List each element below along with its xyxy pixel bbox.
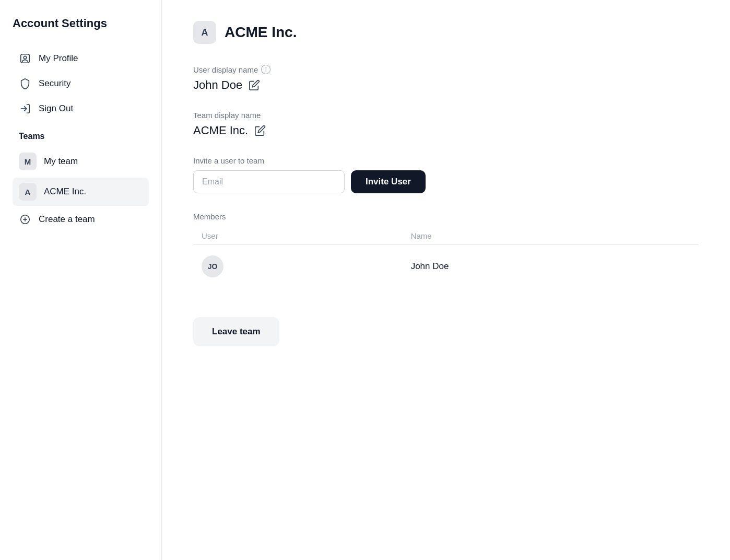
acme-inc-avatar: A xyxy=(19,183,37,201)
leave-team-button[interactable]: Leave team xyxy=(193,317,279,346)
members-table: User Name JOJohn Doe xyxy=(193,227,699,288)
member-user-cell: JO xyxy=(193,245,403,288)
team-display-name-label: Team display name xyxy=(193,111,699,120)
sidebar-item-create-team[interactable]: Create a team xyxy=(13,208,149,231)
signout-icon xyxy=(19,102,31,115)
user-display-name-edit-icon[interactable] xyxy=(249,79,260,91)
sidebar-item-my-profile[interactable]: My Profile xyxy=(13,47,149,70)
account-settings-title: Account Settings xyxy=(13,17,149,30)
teams-section-label: Teams xyxy=(13,122,149,145)
sidebar-item-security[interactable]: Security xyxy=(13,72,149,95)
sidebar-item-sign-out[interactable]: Sign Out xyxy=(13,97,149,120)
user-display-name-section: User display name i John Doe xyxy=(193,65,699,92)
table-row: JOJohn Doe xyxy=(193,245,699,288)
svg-point-1 xyxy=(23,56,27,60)
sidebar-item-label-my-profile: My Profile xyxy=(39,53,78,64)
sidebar-item-label-acme-inc: ACME Inc. xyxy=(44,186,86,197)
sidebar-item-my-team[interactable]: M My team xyxy=(13,147,149,176)
email-input[interactable] xyxy=(193,170,345,193)
sidebar-item-label-security: Security xyxy=(39,78,70,89)
sidebar: Account Settings My Profile Security xyxy=(0,0,162,560)
invite-section: Invite a user to team Invite User xyxy=(193,156,699,193)
invite-row: Invite User xyxy=(193,170,699,193)
members-label: Members xyxy=(193,212,699,221)
profile-icon xyxy=(19,52,31,65)
main-content: A ACME Inc. User display name i John Doe… xyxy=(162,0,730,560)
security-icon xyxy=(19,77,31,90)
team-display-name-value: ACME Inc. xyxy=(193,124,248,137)
team-header: A ACME Inc. xyxy=(193,21,699,44)
sidebar-item-label-my-team: My team xyxy=(44,156,78,167)
sidebar-item-label-sign-out: Sign Out xyxy=(39,103,73,114)
team-header-title: ACME Inc. xyxy=(225,24,297,41)
col-user-header: User xyxy=(193,227,403,245)
sidebar-item-acme-inc[interactable]: A ACME Inc. xyxy=(13,178,149,206)
create-team-label: Create a team xyxy=(39,214,95,225)
team-header-avatar: A xyxy=(193,21,216,44)
col-name-header: Name xyxy=(403,227,699,245)
member-avatar: JO xyxy=(202,255,223,277)
team-display-name-section: Team display name ACME Inc. xyxy=(193,111,699,137)
team-display-name-row: ACME Inc. xyxy=(193,124,699,137)
create-team-icon xyxy=(19,213,31,226)
invite-label: Invite a user to team xyxy=(193,156,699,165)
user-display-name-row: John Doe xyxy=(193,78,699,92)
user-display-name-info-icon[interactable]: i xyxy=(261,65,270,74)
sidebar-nav: My Profile Security Sign Out Team xyxy=(13,47,149,231)
members-section: Members User Name JOJohn Doe xyxy=(193,212,699,288)
user-display-name-label: User display name i xyxy=(193,65,699,74)
team-display-name-edit-icon[interactable] xyxy=(254,125,266,136)
my-team-avatar: M xyxy=(19,153,37,170)
user-display-name-value: John Doe xyxy=(193,78,242,92)
member-name-cell: John Doe xyxy=(403,245,699,288)
invite-user-button[interactable]: Invite User xyxy=(351,170,426,193)
